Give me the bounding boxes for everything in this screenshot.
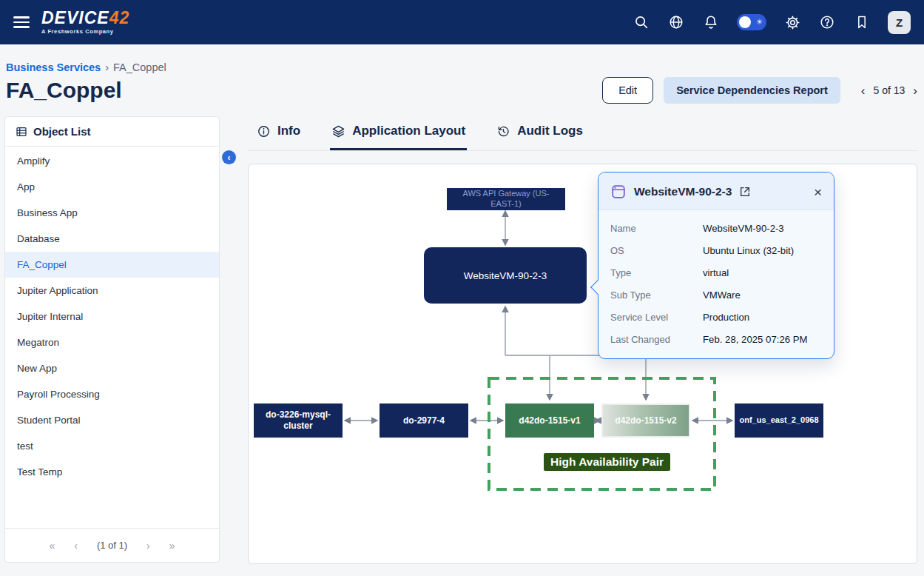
- sidebar-item-app[interactable]: App: [5, 174, 219, 200]
- sidebar-page-prev-icon[interactable]: ‹: [74, 540, 78, 552]
- pager-prev-icon[interactable]: ‹: [861, 84, 866, 97]
- sidebar-header-label: Object List: [33, 125, 91, 138]
- sidebar-item-megatron[interactable]: Megatron: [5, 329, 219, 355]
- field-value: Feb. 28, 2025 07:26 PM: [703, 334, 808, 345]
- node-do-2977-4[interactable]: do-2977-4: [380, 403, 468, 438]
- field-value: virtual: [703, 267, 729, 278]
- sidebar-item-database[interactable]: Database: [5, 226, 219, 252]
- sidebar-item-test-temp[interactable]: Test Temp: [5, 459, 219, 485]
- sidebar-collapse-button[interactable]: ‹: [222, 150, 236, 164]
- popup-title: WebsiteVM-90-2-3: [634, 185, 732, 198]
- node-d42do-1515-v1[interactable]: d42do-1515-v1: [505, 403, 594, 438]
- service-dependencies-report-button[interactable]: Service Dependencies Report: [664, 77, 840, 104]
- sidebar-page-indicator: (1 of 1): [97, 540, 127, 551]
- tab-label: Info: [277, 124, 300, 138]
- pager-next-icon[interactable]: ›: [913, 84, 917, 97]
- field-value: Ubuntu Linux (32-bit): [703, 245, 794, 256]
- external-link-icon[interactable]: [739, 186, 751, 198]
- user-avatar[interactable]: Z: [888, 11, 911, 34]
- object-list-icon: [16, 126, 27, 138]
- sidebar-item-new-app[interactable]: New App: [5, 355, 219, 381]
- node-websitevm[interactable]: WebsiteVM-90-2-3: [424, 247, 587, 304]
- tab-application-layout[interactable]: Application Layout: [330, 116, 467, 150]
- history-icon: [496, 124, 510, 138]
- tab-audit-logs[interactable]: Audit Logs: [495, 116, 584, 150]
- avatar-initial: Z: [896, 16, 903, 29]
- sidebar-item-test[interactable]: test: [5, 433, 219, 459]
- vm-detail-popup: WebsiteVM-90-2-3 × Name WebsiteVM-90-2-3…: [598, 172, 834, 359]
- logo-tagline: A Freshworks Company: [41, 29, 129, 35]
- tab-info[interactable]: Info: [255, 116, 302, 150]
- sidebar-page-next-icon[interactable]: ›: [146, 540, 150, 552]
- sidebar-item-jupiter-internal[interactable]: Jupiter Internal: [5, 304, 219, 329]
- field-label: Sub Type: [610, 289, 703, 301]
- high-availability-pair-label: High Availability Pair: [544, 453, 670, 471]
- edit-button[interactable]: Edit: [602, 77, 653, 104]
- device42-logo[interactable]: DEVICE42 A Freshworks Company: [41, 10, 129, 35]
- sidebar-item-fa-coppel[interactable]: FA_Coppel: [5, 252, 219, 278]
- popup-field-type: Type virtual: [598, 261, 834, 284]
- sidebar-item-payroll-processing[interactable]: Payroll Processing: [5, 381, 219, 407]
- sidebar-page-last-icon[interactable]: »: [169, 540, 175, 552]
- field-label: Name: [610, 223, 703, 234]
- settings-gear-icon[interactable]: [783, 13, 801, 31]
- sidebar-item-list: Amplify App Business App Database FA_Cop…: [5, 147, 219, 485]
- tab-bar: Info Application Layout Audit Logs: [248, 116, 917, 151]
- node-aws-api-gateway[interactable]: AWS API Gateway (US-EAST-1): [447, 188, 565, 210]
- search-icon[interactable]: [633, 13, 650, 31]
- page-title: FA_Coppel: [6, 78, 122, 103]
- sidebar-item-business-app[interactable]: Business App: [5, 200, 219, 226]
- notifications-bell-icon[interactable]: [702, 13, 720, 31]
- field-label: Last Changed: [610, 334, 703, 345]
- sidebar-header: Object List: [5, 117, 219, 147]
- layers-icon: [331, 124, 345, 138]
- topbar: DEVICE42 A Freshworks Company ☀ Z: [0, 0, 924, 44]
- help-icon[interactable]: [818, 13, 836, 31]
- popup-header: WebsiteVM-90-2-3 ×: [598, 173, 834, 210]
- toggle-knob: [739, 16, 751, 28]
- logo-accent-text: 42: [109, 8, 130, 27]
- field-value: WebsiteVM-90-2-3: [703, 223, 784, 234]
- record-pager: ‹ 5 of 13 ›: [861, 84, 917, 97]
- vm-icon: [610, 184, 627, 200]
- sun-icon: ☀: [756, 18, 763, 26]
- field-value: Production: [703, 312, 749, 323]
- application-layout-canvas: AWS API Gateway (US-EAST-1) WebsiteVM-90…: [248, 164, 917, 564]
- tab-label: Audit Logs: [517, 124, 583, 138]
- sidebar-pagination: « ‹ (1 of 1) › »: [5, 528, 219, 562]
- popup-field-last-changed: Last Changed Feb. 28, 2025 07:26 PM: [598, 328, 834, 350]
- popup-field-name: Name WebsiteVM-90-2-3: [598, 217, 834, 239]
- sidebar-item-jupiter-application[interactable]: Jupiter Application: [5, 278, 219, 304]
- field-label: OS: [610, 245, 703, 256]
- node-mysql-cluster[interactable]: do-3226-mysql-cluster: [254, 403, 343, 438]
- logo-text: DEVICE: [41, 8, 109, 27]
- object-list-sidebar: Object List Amplify App Business App Dat…: [4, 116, 220, 563]
- node-onf-us-east[interactable]: onf_us_east_2_0968: [735, 403, 823, 438]
- breadcrumb-separator: ›: [105, 61, 109, 73]
- hamburger-menu-icon[interactable]: [13, 16, 30, 28]
- info-icon: [257, 124, 271, 138]
- popup-body: Name WebsiteVM-90-2-3 OS Ubuntu Linux (3…: [598, 210, 834, 358]
- breadcrumb: Business Services › FA_Coppel: [4, 61, 917, 73]
- pager-text: 5 of 13: [874, 84, 906, 96]
- field-value: VMWare: [703, 289, 741, 301]
- sidebar-page-first-icon[interactable]: «: [49, 540, 55, 552]
- field-label: Type: [610, 267, 703, 278]
- tab-label: Application Layout: [352, 124, 465, 138]
- theme-toggle[interactable]: ☀: [737, 14, 766, 30]
- node-d42do-1515-v2[interactable]: d42do-1515-v2: [601, 403, 690, 438]
- popup-field-service-level: Service Level Production: [598, 306, 834, 328]
- sidebar-item-student-portal[interactable]: Student Portal: [5, 407, 219, 433]
- globe-icon[interactable]: [667, 13, 685, 31]
- close-icon[interactable]: ×: [814, 185, 822, 199]
- popup-field-sub-type: Sub Type VMWare: [598, 284, 834, 306]
- popup-field-os: OS Ubuntu Linux (32-bit): [598, 239, 834, 261]
- bookmark-icon[interactable]: [853, 13, 871, 31]
- field-label: Service Level: [610, 312, 703, 323]
- sidebar-item-amplify[interactable]: Amplify: [5, 148, 219, 174]
- breadcrumb-business-services[interactable]: Business Services: [6, 61, 101, 73]
- breadcrumb-current: FA_Coppel: [113, 61, 166, 73]
